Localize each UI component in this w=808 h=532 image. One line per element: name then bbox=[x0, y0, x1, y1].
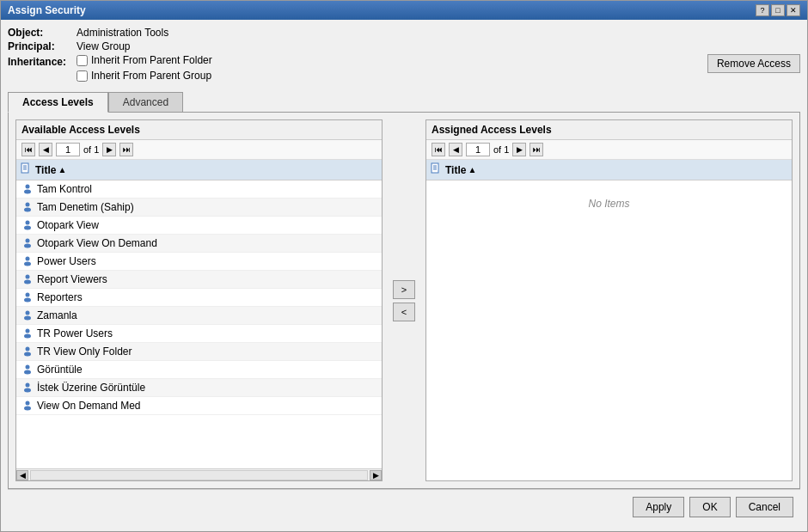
svg-point-10 bbox=[26, 239, 30, 243]
minimize-button[interactable]: □ bbox=[771, 4, 785, 16]
list-item[interactable]: TR Power Users bbox=[16, 325, 382, 343]
available-prev-page-button[interactable]: ◀ bbox=[39, 143, 52, 156]
available-list-items: Tam Kontrol Tam Denetim (Sahip) bbox=[16, 180, 382, 415]
sort-arrow-icon: ▲ bbox=[58, 165, 66, 174]
list-item[interactable]: TR View Only Folder bbox=[16, 343, 382, 361]
svg-point-23 bbox=[24, 352, 31, 357]
person-icon bbox=[20, 345, 35, 358]
list-item[interactable]: Report Viewers bbox=[16, 271, 382, 289]
document-icon bbox=[20, 162, 32, 174]
help-button[interactable]: ? bbox=[756, 4, 769, 16]
principal-row: Principal: View Group bbox=[8, 40, 800, 52]
svg-point-26 bbox=[26, 383, 30, 388]
svg-point-14 bbox=[26, 275, 30, 279]
inherit-folder-row: Inherit From Parent Folder bbox=[77, 54, 212, 66]
person-icon bbox=[20, 182, 35, 196]
no-items-label: No Items bbox=[426, 180, 792, 227]
main-content: Available Access Levels ⏮ ◀ of 1 ▶ ⏭ bbox=[8, 112, 800, 489]
person-icon bbox=[20, 272, 35, 286]
header-section: Object: Administration Tools Principal: … bbox=[8, 27, 800, 82]
svg-point-15 bbox=[24, 280, 31, 284]
svg-point-29 bbox=[24, 407, 31, 411]
svg-point-8 bbox=[26, 221, 30, 225]
assigned-title-header: Title ▲ bbox=[445, 164, 476, 176]
available-panel: Available Access Levels ⏮ ◀ of 1 ▶ ⏭ bbox=[15, 119, 383, 481]
svg-point-24 bbox=[26, 365, 30, 370]
svg-point-18 bbox=[26, 311, 30, 315]
available-page-input[interactable] bbox=[56, 143, 80, 156]
available-title-header: Title ▲ bbox=[35, 164, 66, 176]
assigned-list-header: Title ▲ bbox=[426, 160, 792, 180]
list-item[interactable]: Zamanla bbox=[16, 307, 382, 325]
list-item[interactable]: Tam Denetim (Sahip) bbox=[16, 199, 382, 217]
assigned-page-total: of 1 bbox=[493, 144, 509, 155]
dialog-content: Object: Administration Tools Principal: … bbox=[1, 20, 807, 531]
available-scroll-left-button[interactable]: ◀ bbox=[16, 470, 28, 480]
assigned-first-page-button[interactable]: ⏮ bbox=[432, 143, 445, 156]
close-button[interactable]: ✕ bbox=[787, 4, 800, 16]
available-first-page-button[interactable]: ⏮ bbox=[21, 143, 35, 156]
person-icon bbox=[20, 327, 35, 340]
assigned-panel-title: Assigned Access Levels bbox=[426, 120, 792, 140]
person-icon bbox=[20, 363, 35, 376]
assigned-prev-page-button[interactable]: ◀ bbox=[449, 143, 462, 156]
available-next-page-button[interactable]: ▶ bbox=[102, 143, 116, 156]
available-last-page-button[interactable]: ⏭ bbox=[119, 143, 133, 156]
person-icon bbox=[20, 290, 35, 304]
assign-security-dialog: Assign Security ? □ ✕ Object: Administra… bbox=[0, 0, 808, 532]
transfer-buttons: > < bbox=[389, 119, 419, 481]
svg-point-19 bbox=[24, 316, 31, 321]
person-icon bbox=[20, 236, 35, 250]
bottom-bar: Apply OK Cancel bbox=[8, 489, 800, 524]
assigned-next-page-button[interactable]: ▶ bbox=[512, 143, 526, 156]
inherit-group-row: Inherit From Parent Group bbox=[77, 70, 212, 82]
available-list-container: Title ▲ Tam Kontrol bbox=[16, 160, 382, 468]
cancel-button[interactable]: Cancel bbox=[736, 497, 793, 517]
assigned-last-page-button[interactable]: ⏭ bbox=[529, 143, 543, 156]
available-scroll-right-button[interactable]: ▶ bbox=[370, 470, 382, 480]
assigned-header-icon bbox=[430, 162, 445, 177]
remove-from-assigned-button[interactable]: < bbox=[393, 303, 415, 321]
tabs-section: Access Levels Advanced bbox=[8, 92, 800, 113]
object-row: Object: Administration Tools bbox=[8, 27, 800, 39]
object-value: Administration Tools bbox=[77, 27, 168, 39]
inherit-folder-checkbox[interactable] bbox=[77, 55, 88, 66]
list-item[interactable]: İstek Üzerine Görüntüle bbox=[16, 379, 382, 397]
list-item[interactable]: Power Users bbox=[16, 253, 382, 271]
apply-button[interactable]: Apply bbox=[633, 497, 684, 517]
svg-point-5 bbox=[24, 190, 31, 194]
svg-point-7 bbox=[24, 208, 31, 212]
assigned-page-input[interactable] bbox=[466, 143, 490, 156]
title-bar-buttons: ? □ ✕ bbox=[756, 4, 800, 16]
inherit-group-checkbox[interactable] bbox=[77, 70, 88, 82]
list-item[interactable]: Otopark View bbox=[16, 217, 382, 235]
svg-point-27 bbox=[24, 388, 31, 393]
list-item[interactable]: Otopark View On Demand bbox=[16, 235, 382, 253]
add-to-assigned-button[interactable]: > bbox=[393, 280, 415, 299]
svg-point-4 bbox=[26, 185, 30, 189]
tab-access-levels[interactable]: Access Levels bbox=[8, 92, 108, 113]
list-item[interactable]: Reporters bbox=[16, 289, 382, 307]
list-item[interactable]: View On Demand Med bbox=[16, 397, 382, 415]
available-pagination: ⏮ ◀ of 1 ▶ ⏭ bbox=[16, 140, 382, 160]
tab-advanced[interactable]: Advanced bbox=[108, 92, 183, 113]
inheritance-section: Inheritance: Inherit From Parent Folder … bbox=[8, 54, 800, 82]
list-item[interactable]: Görüntüle bbox=[16, 361, 382, 379]
document-icon bbox=[430, 162, 442, 174]
list-item[interactable]: Tam Kontrol bbox=[16, 180, 382, 199]
remove-access-button[interactable]: Remove Access bbox=[707, 54, 800, 73]
svg-point-17 bbox=[24, 298, 31, 303]
person-icon bbox=[20, 200, 35, 214]
available-scroll-track[interactable] bbox=[30, 470, 368, 480]
tabs: Access Levels Advanced bbox=[8, 92, 800, 113]
svg-point-28 bbox=[26, 401, 30, 406]
available-page-total: of 1 bbox=[83, 144, 99, 155]
object-label: Object: bbox=[8, 27, 77, 39]
person-icon bbox=[20, 381, 35, 394]
svg-point-20 bbox=[26, 329, 30, 333]
person-icon bbox=[20, 218, 35, 232]
assigned-panel: Assigned Access Levels ⏮ ◀ of 1 ▶ ⏭ bbox=[425, 119, 793, 481]
available-horiz-scroll: ◀ ▶ bbox=[16, 468, 382, 480]
person-icon bbox=[20, 399, 35, 413]
ok-button[interactable]: OK bbox=[689, 497, 730, 517]
